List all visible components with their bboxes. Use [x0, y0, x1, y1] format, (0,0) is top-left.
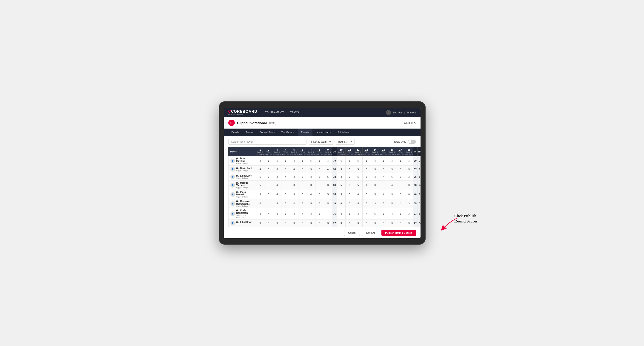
score-h16[interactable]: 6 [388, 173, 396, 181]
score-h18[interactable]: 6 [405, 190, 413, 199]
score-h2[interactable]: 4 [264, 208, 273, 219]
score-h5[interactable]: 3 [290, 173, 298, 181]
score-h9[interactable]: 5 [324, 173, 332, 181]
score-h13[interactable]: 4 [362, 181, 371, 190]
score-h9[interactable]: 5 [324, 190, 332, 199]
score-h4[interactable]: 3 [282, 219, 290, 227]
score-h18[interactable]: 3 [405, 173, 413, 181]
score-h6[interactable]: 3 [298, 166, 307, 173]
score-h10[interactable]: 6 [337, 199, 345, 208]
score-h2[interactable]: 6 [264, 166, 273, 173]
score-h15[interactable]: 5 [379, 166, 388, 173]
score-h4[interactable]: 4 [282, 173, 290, 181]
score-h3[interactable]: 5 [273, 199, 282, 208]
score-h12[interactable]: 3 [354, 219, 362, 227]
score-h16[interactable]: 4 [388, 208, 396, 219]
score-h3[interactable]: 3 [273, 219, 282, 227]
nav-teams[interactable]: TEAMS [288, 110, 301, 116]
score-h14[interactable]: 3 [371, 181, 379, 190]
round-dropdown[interactable]: Round 3 [336, 139, 354, 145]
score-h11[interactable]: 3 [345, 199, 354, 208]
score-h1[interactable]: 3 [256, 219, 264, 227]
score-h1[interactable]: 4 [256, 199, 264, 208]
score-h11[interactable]: 3 [345, 219, 354, 227]
score-h8[interactable]: 5 [315, 208, 324, 219]
score-h2[interactable]: 3 [264, 181, 273, 190]
score-h4[interactable]: 5 [282, 181, 290, 190]
cancel-top-button[interactable]: Cancel ✕ [404, 121, 416, 124]
score-h16[interactable]: 3 [388, 156, 396, 166]
score-h5[interactable]: 4 [290, 156, 298, 166]
score-h6[interactable]: 3 [298, 156, 307, 166]
score-h9[interactable]: 4 [324, 208, 332, 219]
score-h16[interactable]: 5 [388, 199, 396, 208]
score-h10[interactable]: 3 [337, 219, 345, 227]
score-h16[interactable]: 3 [388, 190, 396, 199]
score-h11[interactable]: 5 [345, 190, 354, 199]
score-h1[interactable]: 3 [256, 208, 264, 219]
score-h18[interactable]: 3 [405, 208, 413, 219]
score-h14[interactable]: 5 [371, 190, 379, 199]
score-h9[interactable]: 3 [324, 156, 332, 166]
score-h13[interactable]: 3 [362, 190, 371, 199]
score-h6[interactable]: 5 [298, 190, 307, 199]
score-h18[interactable]: 3 [405, 199, 413, 208]
score-h14[interactable]: 3 [371, 166, 379, 173]
score-h13[interactable]: 5 [362, 173, 371, 181]
score-h8[interactable]: 6 [315, 166, 324, 173]
score-h7[interactable]: 4 [307, 190, 315, 199]
score-h1[interactable]: 5 [256, 173, 264, 181]
tab-teams[interactable]: Teams [242, 129, 256, 136]
score-h9[interactable]: 3 [324, 181, 332, 190]
score-h17[interactable]: 5 [396, 156, 405, 166]
score-h7[interactable]: 3 [307, 173, 315, 181]
score-h15[interactable]: 5 [379, 181, 388, 190]
score-h7[interactable]: 5 [307, 156, 315, 166]
score-h17[interactable]: 3 [396, 166, 405, 173]
score-h9[interactable]: 3 [324, 219, 332, 227]
score-h12[interactable]: 5 [354, 173, 362, 181]
header-signout[interactable]: Sign out [406, 111, 416, 114]
score-h10[interactable]: 5 [337, 181, 345, 190]
score-h4[interactable]: 5 [282, 156, 290, 166]
score-h7[interactable]: 3 [307, 219, 315, 227]
score-h5[interactable]: 3 [290, 181, 298, 190]
score-h5[interactable]: 3 [290, 208, 298, 219]
score-h11[interactable]: 3 [345, 173, 354, 181]
score-h6[interactable]: 3 [298, 219, 307, 227]
score-h2[interactable]: 3 [264, 219, 273, 227]
cancel-bottom-button[interactable]: Cancel [344, 230, 360, 236]
score-h14[interactable]: 3 [371, 173, 379, 181]
score-h14[interactable]: 3 [371, 199, 379, 208]
score-h15[interactable]: 4 [379, 190, 388, 199]
score-h6[interactable]: 4 [298, 208, 307, 219]
score-h3[interactable]: 3 [273, 173, 282, 181]
score-h10[interactable]: 5 [337, 190, 345, 199]
score-h15[interactable]: 3 [379, 208, 388, 219]
score-h8[interactable]: 3 [315, 219, 324, 227]
score-h8[interactable]: 5 [315, 181, 324, 190]
score-h11[interactable]: 5 [345, 208, 354, 219]
score-h5[interactable]: 3 [290, 219, 298, 227]
score-h5[interactable]: 3 [290, 190, 298, 199]
nav-tournaments[interactable]: TOURNAMENTS [263, 110, 287, 116]
score-h10[interactable]: 3 [337, 166, 345, 173]
score-h12[interactable]: 5 [354, 199, 362, 208]
score-h12[interactable]: 5 [354, 181, 362, 190]
tab-tee-groups[interactable]: Tee Groups [278, 129, 298, 136]
score-h13[interactable]: 3 [362, 219, 371, 227]
score-h15[interactable]: 3 [379, 199, 388, 208]
save-all-button[interactable]: Save All [362, 230, 379, 236]
score-h8[interactable]: 6 [315, 173, 324, 181]
score-h11[interactable]: 3 [345, 181, 354, 190]
publish-round-scores-button[interactable]: Publish Round Scores [382, 230, 416, 236]
score-h1[interactable]: 5 [256, 181, 264, 190]
score-h10[interactable]: 3 [337, 173, 345, 181]
score-h7[interactable]: 3 [307, 208, 315, 219]
score-h17[interactable]: 5 [396, 173, 405, 181]
score-h3[interactable]: 4 [273, 181, 282, 190]
filter-by-team-dropdown[interactable]: Filter by team [309, 139, 334, 145]
score-h15[interactable]: 3 [379, 219, 388, 227]
score-h12[interactable]: 3 [354, 208, 362, 219]
score-h13[interactable]: 3 [362, 199, 371, 208]
